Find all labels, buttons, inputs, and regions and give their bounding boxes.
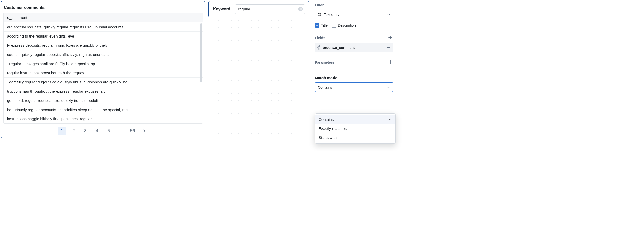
fields-section: Fields AB C orders.o_comment <box>311 31 397 56</box>
filter-heading: Filter <box>315 3 393 7</box>
match-mode-dropdown: Contains Exactly matches Starts with <box>315 113 396 144</box>
divider <box>314 96 394 96</box>
keyword-clear-button[interactable] <box>298 7 303 11</box>
match-mode-option-starts[interactable]: Starts with <box>315 133 395 142</box>
page-next[interactable] <box>140 127 149 135</box>
page-5[interactable]: 5 <box>105 127 113 135</box>
option-label: Starts with <box>319 135 337 140</box>
field-chip-label: orders.o_comment <box>323 46 355 50</box>
filter-type-label: Text entry <box>324 13 339 17</box>
plus-icon <box>388 35 392 40</box>
description-checkbox-label: Description <box>338 23 356 27</box>
table-row[interactable]: ges mold. regular requests are. quickly … <box>4 96 203 105</box>
comments-table: o_comment are special requests. quickly … <box>3 13 203 124</box>
filter-type-select[interactable]: Text entry <box>315 10 393 19</box>
text-type-icon: AB C <box>317 45 320 50</box>
page-4[interactable]: 4 <box>93 127 102 135</box>
fields-heading: Fields <box>315 35 393 41</box>
chevron-down-icon <box>387 13 390 16</box>
page-ellipsis: ··· <box>116 127 125 135</box>
match-mode-select[interactable]: Contains <box>315 82 393 92</box>
table-row[interactable]: according to the regular, even gifts. ev… <box>4 32 203 41</box>
text-entry-icon <box>318 12 322 17</box>
keyword-panel: Keyword <box>208 1 309 17</box>
page-last[interactable]: 56 <box>128 127 137 135</box>
minus-icon <box>386 45 391 51</box>
table-header-row: o_comment <box>4 13 203 22</box>
parameters-heading: Parameters <box>315 59 393 65</box>
fields-heading-label: Fields <box>315 36 325 40</box>
chevron-right-icon <box>143 129 146 132</box>
add-parameter-button[interactable] <box>387 59 393 65</box>
table-row[interactable]: instructions haggle blithely final packa… <box>4 114 203 123</box>
add-field-button[interactable] <box>387 35 393 41</box>
close-icon <box>299 8 302 10</box>
table-row[interactable]: counts. quickly regular deposits affix s… <box>4 50 203 59</box>
column-header[interactable]: o_comment <box>7 15 173 20</box>
table-scrollbar[interactable] <box>200 23 202 82</box>
page-3[interactable]: 3 <box>81 127 90 135</box>
option-label: Exactly matches <box>319 126 347 131</box>
check-icon <box>388 117 392 122</box>
match-mode-option-exactly[interactable]: Exactly matches <box>315 124 395 133</box>
description-checkbox[interactable] <box>332 23 336 28</box>
sidebar: Filter Text entry Title <box>311 0 397 151</box>
parameters-section: Parameters <box>311 56 397 71</box>
keyword-input-wrap <box>235 4 305 14</box>
table-row[interactable]: . carefully regular dugouts cajole. slyl… <box>4 78 203 87</box>
field-chip[interactable]: AB C orders.o_comment <box>315 43 393 52</box>
table-row[interactable]: are special requests. quickly regular re… <box>4 22 203 32</box>
match-mode-option-contains[interactable]: Contains <box>315 115 395 124</box>
page-2[interactable]: 2 <box>69 127 78 135</box>
remove-field-button[interactable] <box>386 46 391 50</box>
panel-title: Customer comments <box>4 5 202 10</box>
table-row[interactable]: tructions nag throughout the express, re… <box>4 87 203 96</box>
canvas-background[interactable] <box>208 17 309 150</box>
title-checkbox-label: Title <box>321 23 328 27</box>
chevron-down-icon <box>387 86 390 89</box>
table-row[interactable]: he furiously regular accounts. theodolit… <box>4 105 203 114</box>
plus-icon <box>388 60 392 65</box>
table-row[interactable]: ly express deposits. regular, ironic fox… <box>4 41 203 50</box>
title-checkbox[interactable] <box>315 23 319 28</box>
option-label: Contains <box>319 117 334 122</box>
table-row[interactable]: . regular packages shall are fluffily bo… <box>4 59 203 68</box>
filter-section: Filter Text entry Title <box>311 3 397 31</box>
keyword-label: Keyword <box>213 7 230 11</box>
comments-panel: Customer comments o_comment are special … <box>1 1 205 138</box>
match-mode-section: Match mode Contains <box>311 71 397 100</box>
table-row[interactable]: regular instructions boost beneath the r… <box>4 68 203 78</box>
page-1[interactable]: 1 <box>58 127 66 135</box>
match-mode-selected: Contains <box>318 85 332 89</box>
match-mode-heading: Match mode <box>315 76 393 80</box>
column-spacer <box>173 15 199 20</box>
filter-checkbox-row: Title Description <box>315 23 393 28</box>
pagination: 1 2 3 4 5 ··· 56 <box>3 127 203 135</box>
keyword-input[interactable] <box>235 4 305 14</box>
parameters-heading-label: Parameters <box>315 60 334 64</box>
